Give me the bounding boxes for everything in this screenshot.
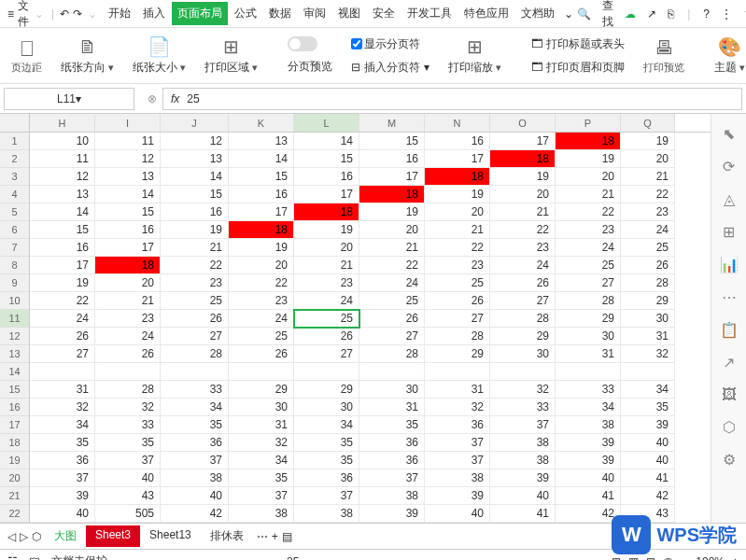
- cell-K19[interactable]: 34: [229, 452, 294, 469]
- cell-O17[interactable]: 37: [490, 416, 556, 434]
- cell-Q13[interactable]: 32: [621, 345, 675, 363]
- cell-Q19[interactable]: 40: [621, 452, 675, 469]
- cell-K20[interactable]: 35: [229, 469, 294, 487]
- cell-Q11[interactable]: 30: [621, 310, 675, 328]
- cell-M2[interactable]: 16: [359, 150, 425, 168]
- cell-J5[interactable]: 16: [161, 203, 229, 221]
- cell-N16[interactable]: 32: [425, 399, 490, 416]
- cell-M13[interactable]: 28: [359, 345, 425, 363]
- cell-H18[interactable]: 35: [30, 434, 95, 452]
- sheet-next-icon[interactable]: ▷: [20, 530, 28, 543]
- cell-Q6[interactable]: 24: [621, 221, 675, 239]
- fx-cancel-icon[interactable]: ⊗: [148, 92, 157, 105]
- cell-O2[interactable]: 18: [490, 150, 556, 168]
- cell-H11[interactable]: 24: [30, 310, 95, 328]
- cell-H4[interactable]: 13: [30, 186, 95, 203]
- cell-M12[interactable]: 27: [359, 328, 425, 345]
- cell-N15[interactable]: 31: [425, 381, 490, 399]
- cell-K17[interactable]: 31: [229, 416, 294, 434]
- cell-Q3[interactable]: 21: [621, 168, 675, 186]
- box-icon[interactable]: ⎘: [668, 7, 674, 21]
- col-header-J[interactable]: J: [161, 114, 229, 132]
- row-header-3[interactable]: 3: [0, 168, 29, 186]
- dots-icon[interactable]: ⋯: [722, 288, 737, 306]
- cell-H22[interactable]: 40: [30, 505, 95, 523]
- sheet-list-icon[interactable]: ▤: [282, 530, 292, 543]
- cell-L15[interactable]: 29: [294, 381, 359, 399]
- cell-Q18[interactable]: 40: [621, 434, 675, 452]
- cell-O5[interactable]: 21: [490, 203, 556, 221]
- cell-K2[interactable]: 14: [229, 150, 294, 168]
- settings-icon[interactable]: ⚙: [723, 451, 736, 469]
- menu-tab-1[interactable]: 插入: [137, 2, 171, 25]
- cell-N18[interactable]: 37: [425, 434, 490, 452]
- cell-J15[interactable]: 33: [161, 381, 229, 399]
- cell-M22[interactable]: 39: [359, 505, 425, 523]
- fx-label[interactable]: fx: [171, 92, 179, 105]
- cell-I4[interactable]: 14: [95, 186, 161, 203]
- row-header-5[interactable]: 5: [0, 203, 29, 221]
- cell-M16[interactable]: 31: [359, 399, 425, 416]
- cell-L22[interactable]: 38: [294, 505, 359, 523]
- menu-icon[interactable]: ≡: [7, 7, 14, 21]
- cell-L12[interactable]: 26: [294, 328, 359, 345]
- grid-icon[interactable]: ⊞: [723, 223, 735, 241]
- cell-L11[interactable]: 25: [294, 310, 359, 328]
- cell-L21[interactable]: 37: [294, 487, 359, 505]
- clipboard-icon[interactable]: 📋: [720, 321, 739, 339]
- cell-K7[interactable]: 19: [229, 239, 294, 257]
- cell-K22[interactable]: 38: [229, 505, 294, 523]
- cell-N5[interactable]: 20: [425, 203, 490, 221]
- cell-P12[interactable]: 30: [556, 328, 621, 345]
- row-header-20[interactable]: 20: [0, 469, 29, 487]
- col-header-O[interactable]: O: [490, 114, 556, 132]
- cell-P1[interactable]: 18: [556, 133, 621, 150]
- share-icon[interactable]: ↗: [647, 7, 656, 21]
- cells-grid[interactable]: 1011121314151617181911121314151617181920…: [30, 133, 711, 523]
- sheet-tab-3[interactable]: 排休表: [201, 525, 253, 547]
- cell-L8[interactable]: 21: [294, 257, 359, 274]
- row-header-12[interactable]: 12: [0, 328, 29, 345]
- sheet-tab-1[interactable]: Sheet3: [86, 525, 140, 547]
- cell-O3[interactable]: 19: [490, 168, 556, 186]
- cell-P17[interactable]: 38: [556, 416, 621, 434]
- cell-Q5[interactable]: 23: [621, 203, 675, 221]
- cell-P8[interactable]: 25: [556, 257, 621, 274]
- cell-N9[interactable]: 25: [425, 274, 490, 292]
- cell-J22[interactable]: 42: [161, 505, 229, 523]
- cell-P3[interactable]: 20: [556, 168, 621, 186]
- cell-H17[interactable]: 34: [30, 416, 95, 434]
- cell-M11[interactable]: 26: [359, 310, 425, 328]
- cell-L1[interactable]: 14: [294, 133, 359, 150]
- cell-H20[interactable]: 37: [30, 469, 95, 487]
- cell-J6[interactable]: 19: [161, 221, 229, 239]
- cell-I5[interactable]: 15: [95, 203, 161, 221]
- cell-Q4[interactable]: 22: [621, 186, 675, 203]
- cell-K6[interactable]: 18: [229, 221, 294, 239]
- cell-O10[interactable]: 27: [490, 292, 556, 310]
- cell-Q9[interactable]: 28: [621, 274, 675, 292]
- cell-K11[interactable]: 24: [229, 310, 294, 328]
- cell-O18[interactable]: 38: [490, 434, 556, 452]
- row-header-14[interactable]: 14: [0, 363, 29, 381]
- cell-I18[interactable]: 35: [95, 434, 161, 452]
- cell-P5[interactable]: 22: [556, 203, 621, 221]
- cell-K21[interactable]: 37: [229, 487, 294, 505]
- cell-I7[interactable]: 17: [95, 239, 161, 257]
- cell-I19[interactable]: 37: [95, 452, 161, 469]
- cell-H14[interactable]: [30, 363, 95, 381]
- formula-input[interactable]: 25: [187, 92, 199, 105]
- cell-P7[interactable]: 24: [556, 239, 621, 257]
- cell-J4[interactable]: 15: [161, 186, 229, 203]
- cell-N17[interactable]: 36: [425, 416, 490, 434]
- view-page-icon[interactable]: ▦: [628, 555, 639, 561]
- cell-M6[interactable]: 20: [359, 221, 425, 239]
- cell-P15[interactable]: 33: [556, 381, 621, 399]
- cell-L10[interactable]: 24: [294, 292, 359, 310]
- cell-O22[interactable]: 41: [490, 505, 556, 523]
- cell-P11[interactable]: 29: [556, 310, 621, 328]
- cell-H12[interactable]: 26: [30, 328, 95, 345]
- cell-P16[interactable]: 34: [556, 399, 621, 416]
- cell-L9[interactable]: 23: [294, 274, 359, 292]
- col-header-K[interactable]: K: [229, 114, 294, 132]
